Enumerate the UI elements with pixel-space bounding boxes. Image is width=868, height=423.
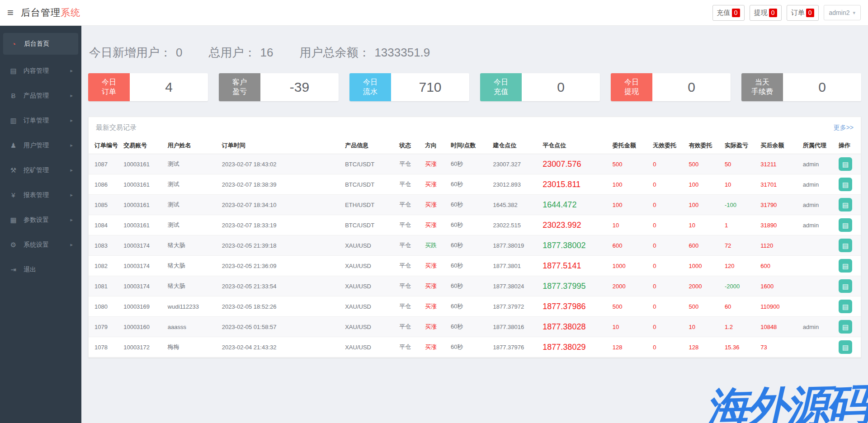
cell-period: 60秒 bbox=[449, 296, 491, 317]
cell-user-name: 猪大肠 bbox=[166, 256, 220, 276]
cell-amount: 100 bbox=[611, 174, 651, 195]
view-order-button[interactable]: ▤ bbox=[839, 198, 852, 212]
cell-profit: 120 bbox=[723, 256, 759, 276]
sidebar-item-label: 内容管理 bbox=[24, 67, 49, 75]
cell-action: ▤ bbox=[837, 215, 861, 235]
more-link[interactable]: 更多>> bbox=[834, 124, 854, 132]
topbar-action-button[interactable]: 充值 0 bbox=[712, 5, 745, 21]
view-order-button[interactable]: ▤ bbox=[839, 178, 852, 191]
cell-invalid: 0 bbox=[651, 276, 687, 296]
topbar-action-button[interactable]: 提现 0 bbox=[750, 5, 782, 21]
cell-balance: 600 bbox=[759, 256, 801, 276]
cell-open-point: 1877.3801 bbox=[491, 256, 541, 276]
cell-order-no: 1084 bbox=[89, 215, 122, 235]
cell-period: 60秒 bbox=[449, 215, 491, 235]
sidebar-item-用户管理[interactable]: ♟ 用户管理 ▸ bbox=[0, 133, 81, 158]
cell-status: 平仓 bbox=[397, 256, 423, 276]
sidebar-item-订单管理[interactable]: ▥ 订单管理 ▸ bbox=[0, 108, 81, 133]
trade-row: 108710003161测试2023-02-07 18:43:02BTC/USD… bbox=[89, 154, 861, 174]
view-order-button[interactable]: ▤ bbox=[839, 218, 852, 232]
sidebar-item-参数设置[interactable]: ▦ 参数设置 ▸ bbox=[0, 207, 81, 232]
sidebar-item-系统设置[interactable]: ⚙ 系统设置 ▸ bbox=[0, 232, 81, 257]
sidebar-item-报表管理[interactable]: ¥ 报表管理 ▸ bbox=[0, 183, 81, 207]
cell-period: 60秒 bbox=[449, 276, 491, 296]
view-order-button[interactable]: ▤ bbox=[839, 239, 852, 252]
chevron-right-icon: ▸ bbox=[70, 118, 73, 123]
cell-period: 60秒 bbox=[449, 337, 491, 357]
cell-invalid: 0 bbox=[651, 195, 687, 215]
view-order-button[interactable]: ▤ bbox=[839, 259, 852, 273]
cell-balance: 73 bbox=[759, 337, 801, 357]
stat-label: 今日新增用户： bbox=[89, 45, 171, 61]
column-header: 委托金额 bbox=[611, 137, 651, 154]
cell-product: XAU/USD bbox=[343, 235, 397, 256]
column-header: 用户姓名 bbox=[166, 137, 220, 154]
cell-open-point: 23007.327 bbox=[491, 154, 541, 174]
cell-balance: 31701 bbox=[759, 174, 801, 195]
column-header: 买后余额 bbox=[759, 137, 801, 154]
summary-card: 当天 手续费 0 bbox=[741, 73, 861, 101]
cell-product: XAU/USD bbox=[343, 256, 397, 276]
summary-card: 今日 提现 0 bbox=[611, 73, 731, 101]
cell-order-no: 1083 bbox=[89, 235, 122, 256]
action-badge: 0 bbox=[732, 9, 740, 17]
watermark: 海外源码 bbox=[705, 383, 867, 423]
list-icon: ▤ bbox=[842, 161, 849, 168]
card-label-line1: 客户 bbox=[232, 78, 247, 87]
cell-valid: 10 bbox=[687, 317, 723, 337]
content-icon: ▤ bbox=[9, 67, 18, 75]
view-order-button[interactable]: ▤ bbox=[839, 279, 852, 293]
view-order-button[interactable]: ▤ bbox=[839, 320, 852, 334]
cell-open-point: 1877.37972 bbox=[491, 296, 541, 317]
summary-card-value: 0 bbox=[522, 73, 600, 101]
cell-order-no: 1087 bbox=[89, 154, 122, 174]
cell-agent bbox=[801, 296, 837, 317]
topbar-action-button[interactable]: 订单 0 bbox=[787, 5, 819, 21]
cell-status: 平仓 bbox=[397, 215, 423, 235]
cell-account: 10003174 bbox=[122, 276, 166, 296]
view-order-button[interactable]: ▤ bbox=[839, 300, 852, 313]
sidebar-item-label: 后台首页 bbox=[24, 40, 49, 48]
sidebar-item-label: 报表管理 bbox=[24, 191, 49, 199]
cell-direction: 买涨 bbox=[423, 154, 449, 174]
cell-direction: 买涨 bbox=[423, 195, 449, 215]
action-badge: 0 bbox=[806, 9, 814, 17]
user-menu[interactable]: admin2 ▾ bbox=[824, 5, 861, 20]
cell-direction: 买涨 bbox=[423, 296, 449, 317]
cell-amount: 1000 bbox=[611, 256, 651, 276]
chevron-right-icon: ▸ bbox=[70, 93, 73, 99]
column-header: 交易账号 bbox=[122, 137, 166, 154]
view-order-button[interactable]: ▤ bbox=[839, 157, 852, 171]
card-label-line2: 流水 bbox=[363, 87, 377, 97]
cell-action: ▤ bbox=[837, 174, 861, 195]
hamburger-menu-icon[interactable]: ≡ bbox=[7, 7, 14, 18]
cell-product: BTC/USDT bbox=[343, 174, 397, 195]
topbar: ≡ 后台管理系统 充值 0 提现 0 订单 0 admin2 ▾ bbox=[0, 0, 868, 26]
sidebar-item-后台首页[interactable]: ◔ 后台首页 ▸ bbox=[3, 33, 78, 55]
sidebar-item-内容管理[interactable]: ▤ 内容管理 ▸ bbox=[0, 58, 81, 83]
cell-valid: 600 bbox=[687, 235, 723, 256]
cell-order-time: 2023-02-04 21:43:32 bbox=[220, 337, 343, 357]
cell-amount: 128 bbox=[611, 337, 651, 357]
cell-amount: 500 bbox=[611, 296, 651, 317]
cell-product: XAU/USD bbox=[343, 276, 397, 296]
cell-order-time: 2023-02-05 01:58:57 bbox=[220, 317, 343, 337]
cell-period: 60秒 bbox=[449, 235, 491, 256]
trades-header-row: 订单编号交易账号用户姓名订单时间产品信息状态方向时间/点数建仓点位平仓点位委托金… bbox=[89, 137, 861, 154]
cell-account: 10003161 bbox=[122, 215, 166, 235]
cell-profit: 60 bbox=[723, 296, 759, 317]
cell-user-name: 测试 bbox=[166, 195, 220, 215]
app-title-accent: 系统 bbox=[61, 7, 80, 18]
cell-balance: 31790 bbox=[759, 195, 801, 215]
cell-order-no: 1080 bbox=[89, 296, 122, 317]
view-order-button[interactable]: ▤ bbox=[839, 340, 852, 354]
sidebar-item-挖矿管理[interactable]: ⚒ 挖矿管理 ▸ bbox=[0, 158, 81, 183]
cell-profit: 15.36 bbox=[723, 337, 759, 357]
sidebar-item-产品管理[interactable]: Ƀ 产品管理 ▸ bbox=[0, 83, 81, 108]
cell-product: XAU/USD bbox=[343, 317, 397, 337]
chevron-right-icon: ▸ bbox=[70, 217, 73, 223]
summary-card-label: 今日 流水 bbox=[349, 73, 391, 101]
sidebar-item-退出[interactable]: ⇥ 退出 ▸ bbox=[0, 257, 81, 282]
column-header: 实际盈亏 bbox=[723, 137, 759, 154]
cell-product: ETH/USDT bbox=[343, 195, 397, 215]
